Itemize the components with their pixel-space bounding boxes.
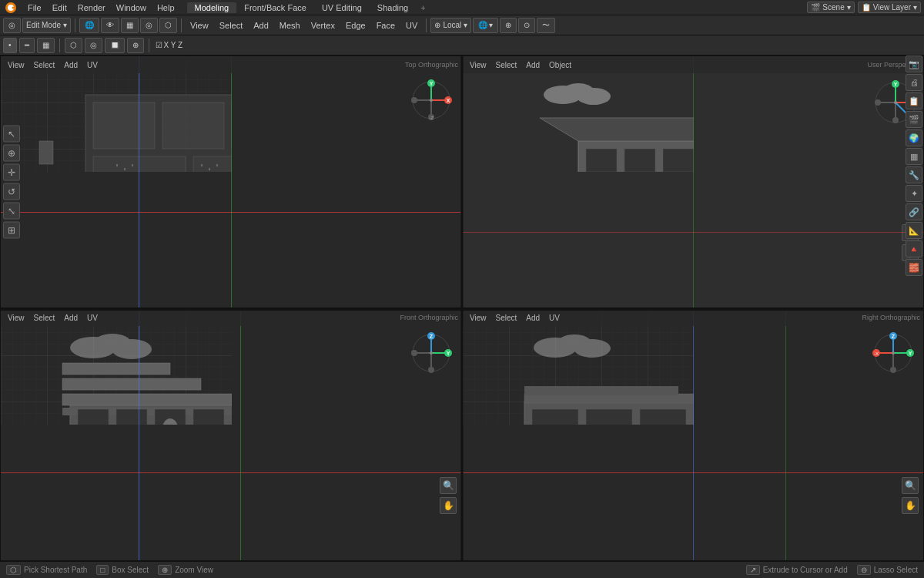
tb-shad-icon[interactable]: ◎ bbox=[140, 18, 158, 33]
menu-render[interactable]: Render bbox=[73, 2, 110, 13]
menu-select[interactable]: Select bbox=[215, 20, 248, 31]
svg-rect-122 bbox=[116, 409, 147, 425]
menu-add[interactable]: Add bbox=[249, 20, 273, 31]
tool-scale[interactable]: ⤡ bbox=[3, 203, 20, 220]
vert-mode-btn[interactable]: • bbox=[3, 38, 17, 53]
nav-gizmo-bottom-right[interactable]: Z -X Y bbox=[872, 332, 919, 378]
vp-view-top-left[interactable]: View bbox=[4, 60, 28, 70]
viewport-top-left[interactable]: View Select Add UV Top Orthographic Y X bbox=[0, 55, 462, 308]
orient-btn[interactable]: ⊕ bbox=[127, 38, 144, 53]
edge-mode-btn[interactable]: ━ bbox=[19, 38, 35, 53]
search-btn-bl[interactable]: 🔍 bbox=[440, 477, 457, 494]
scene-label: Scene bbox=[822, 3, 844, 12]
output-icon[interactable]: 🖨 bbox=[906, 74, 922, 91]
tab-add[interactable]: + bbox=[416, 2, 430, 13]
hand-btn-bl[interactable]: ✋ bbox=[440, 497, 457, 514]
vp-uv-top-left[interactable]: UV bbox=[83, 60, 102, 70]
constraints-icon[interactable]: 📐 bbox=[906, 222, 922, 239]
tab-shading[interactable]: Shading bbox=[370, 2, 416, 13]
particles-icon[interactable]: ✦ bbox=[906, 185, 922, 202]
svg-text:Y: Y bbox=[447, 351, 450, 356]
scene-icon[interactable]: 🎬 bbox=[906, 111, 922, 128]
viewport-toolbar-top-left: View Select Add UV Top Orthographic bbox=[1, 56, 461, 73]
vp-select-top-right[interactable]: Select bbox=[492, 60, 521, 70]
tool-transform[interactable]: ⊞ bbox=[3, 222, 20, 239]
tab-modeling[interactable]: Modeling bbox=[187, 2, 237, 13]
menu-edge[interactable]: Edge bbox=[341, 20, 370, 31]
svg-rect-9 bbox=[93, 156, 186, 172]
view-layer-icon[interactable]: 📋 bbox=[906, 92, 922, 109]
tool-move[interactable]: ✛ bbox=[3, 164, 20, 181]
search-btn-br[interactable]: 🔍 bbox=[902, 477, 919, 494]
tab-frontback[interactable]: Front/Back Face bbox=[236, 2, 314, 13]
world-icon[interactable]: 🌍 bbox=[906, 129, 922, 146]
view-layer-selector[interactable]: 📋 View Layer ▾ bbox=[858, 2, 921, 13]
vp-view-top-right[interactable]: View bbox=[466, 60, 490, 70]
material-icon[interactable]: 🧱 bbox=[906, 259, 922, 276]
nav-gizmo-top-left[interactable]: Y X -Z bbox=[410, 79, 457, 126]
proportional2-btn[interactable]: 〜 bbox=[537, 18, 555, 33]
vp-uv-br[interactable]: UV bbox=[545, 313, 564, 323]
vp-obj-top-right[interactable]: Object bbox=[545, 60, 575, 70]
vp-select-br[interactable]: Select bbox=[492, 313, 521, 323]
object-icon[interactable]: ▦ bbox=[906, 148, 922, 165]
nav-gizmo-bottom-left[interactable]: Z Y bbox=[410, 332, 457, 378]
tb-view-icon[interactable]: 👁 bbox=[101, 18, 119, 33]
vp-add-bl[interactable]: Add bbox=[60, 313, 82, 323]
tool-select[interactable]: ↖ bbox=[3, 126, 20, 143]
menu-file[interactable]: File bbox=[23, 2, 46, 13]
tb-mat-icon[interactable]: ▦ bbox=[121, 18, 139, 33]
svg-rect-65 bbox=[663, 149, 694, 172]
blender-logo bbox=[3, 2, 18, 14]
hand-btn-br[interactable]: ✋ bbox=[902, 497, 919, 514]
xray-btn[interactable]: ⬡ bbox=[65, 38, 82, 53]
menu-face[interactable]: Face bbox=[372, 20, 400, 31]
menu-uv[interactable]: UV bbox=[401, 20, 422, 31]
viewport-bottom-left[interactable]: View Select Add UV Front Orthographic Z … bbox=[0, 308, 462, 561]
vp-select-bl[interactable]: Select bbox=[30, 313, 59, 323]
svg-text:-Z: -Z bbox=[429, 116, 434, 120]
face-mode-btn[interactable]: ▦ bbox=[37, 38, 55, 53]
vp-view-bl[interactable]: View bbox=[4, 313, 28, 323]
proportional-btn[interactable]: ⊙ bbox=[518, 18, 535, 33]
svg-text:-X: -X bbox=[874, 351, 879, 356]
vp-add-top-left[interactable]: Add bbox=[60, 60, 82, 70]
vp-add-br[interactable]: Add bbox=[522, 313, 544, 323]
svg-rect-116 bbox=[62, 378, 201, 390]
mode-icon: ◎ bbox=[8, 21, 15, 29]
modifier-icon[interactable]: 🔧 bbox=[906, 166, 922, 183]
viewport-toolbar-bottom-right: View Select Add UV Right Orthographic bbox=[463, 309, 923, 326]
scene-selector[interactable]: 🎬 Scene ▾ bbox=[807, 2, 854, 13]
viewport-top-right[interactable]: View Select Add Object User Perspective … bbox=[462, 55, 924, 308]
viewport-bottom-right[interactable]: View Select Add UV Right Orthographic Z … bbox=[462, 308, 924, 561]
mode-icon-btn[interactable]: ◎ bbox=[3, 18, 21, 33]
header-icons-row: • ━ ▦ ⬡ ◎ 🔲 ⊕ ☑ X Y Z bbox=[0, 35, 924, 55]
data-icon[interactable]: 🔺 bbox=[906, 240, 922, 257]
menu-view[interactable]: View bbox=[186, 20, 213, 31]
tool-cursor[interactable]: ⊕ bbox=[3, 145, 20, 162]
snap-btn[interactable]: ⊕ bbox=[500, 18, 517, 33]
snap2-btn[interactable]: 🔲 bbox=[105, 38, 125, 53]
render-icon[interactable]: 📷 bbox=[906, 55, 922, 72]
menu-help[interactable]: Help bbox=[152, 2, 179, 13]
tb-global-icon[interactable]: 🌐 bbox=[79, 18, 99, 33]
menu-window[interactable]: Window bbox=[112, 2, 151, 13]
physics-icon[interactable]: 🔗 bbox=[906, 203, 922, 220]
menu-vertex[interactable]: Vertex bbox=[306, 20, 340, 31]
tab-uv-editing[interactable]: UV Editing bbox=[314, 2, 370, 13]
vp-uv-bl[interactable]: UV bbox=[83, 313, 102, 323]
local-chevron: ▾ bbox=[464, 21, 467, 29]
menu-edit[interactable]: Edit bbox=[48, 2, 72, 13]
transform-origin-dropdown[interactable]: ⊕ Local ▾ bbox=[430, 18, 471, 33]
tool-rotate[interactable]: ↺ bbox=[3, 183, 20, 200]
svg-text:Z: Z bbox=[892, 334, 896, 339]
mode-dropdown[interactable]: Edit Mode ▾ bbox=[22, 18, 71, 33]
vp-add-top-right[interactable]: Add bbox=[522, 60, 544, 70]
global-local-btn[interactable]: 🌐 ▾ bbox=[473, 18, 498, 33]
vp-select-top-left[interactable]: Select bbox=[30, 60, 59, 70]
tb-wire-icon[interactable]: ⬡ bbox=[159, 18, 177, 33]
vp-view-br[interactable]: View bbox=[466, 313, 490, 323]
overlay-btn[interactable]: ◎ bbox=[85, 38, 102, 53]
menu-mesh[interactable]: Mesh bbox=[275, 20, 305, 31]
svg-rect-63 bbox=[586, 149, 617, 172]
